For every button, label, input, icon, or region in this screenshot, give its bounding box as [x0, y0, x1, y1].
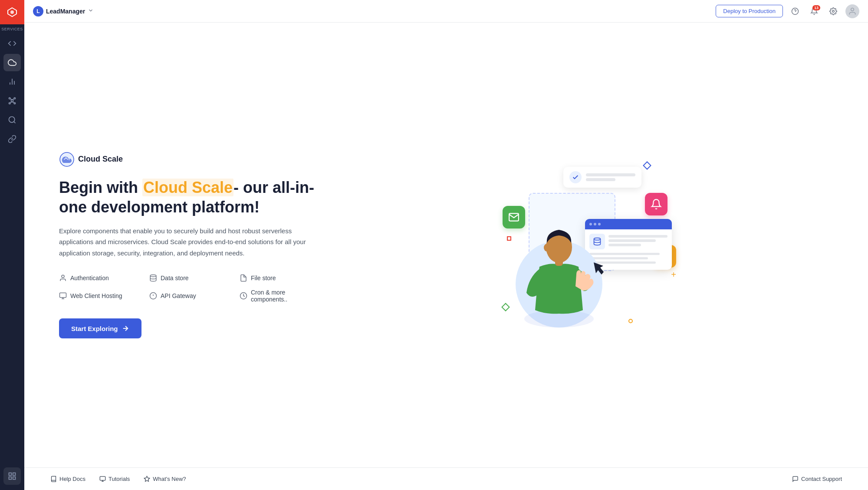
start-exploring-button[interactable]: Start Exploring [59, 318, 141, 338]
hero-left-panel: Cloud Scale Begin with Cloud Scale- our … [59, 152, 319, 339]
query-icon [8, 116, 16, 124]
clock-icon [240, 292, 247, 300]
main-content: Cloud Scale Begin with Cloud Scale- our … [24, 23, 868, 467]
footer-link-tutorials[interactable]: Tutorials [99, 476, 130, 482]
analytics-icon [8, 77, 16, 86]
feature-item-cron: Cron & more components.. [240, 289, 319, 303]
sidebar-section-label: Services [1, 27, 23, 31]
card-line-1 [586, 173, 635, 176]
person-svg [511, 206, 607, 328]
zap-icon [149, 292, 157, 300]
app-name: LeadManager [46, 8, 85, 15]
main-area: L LeadManager Deploy to Production [24, 0, 868, 490]
question-icon [791, 7, 799, 15]
svg-point-25 [150, 275, 156, 277]
deploy-button[interactable]: Deploy to Production [716, 5, 783, 17]
play-square-icon [99, 476, 106, 482]
feature-item-datastore: Data store [149, 274, 229, 282]
deco-plus-yellow: + [671, 270, 676, 280]
settings-button[interactable] [826, 4, 840, 18]
checkmark-icon [572, 174, 579, 181]
hero-right-illustration: + [337, 158, 833, 332]
svg-point-6 [9, 98, 10, 99]
hero-section: Cloud Scale Begin with Cloud Scale- our … [24, 23, 868, 467]
sidebar-items-list [0, 33, 24, 467]
card-bell-widget [645, 193, 667, 215]
svg-point-13 [9, 117, 15, 122]
bell-widget-icon [651, 199, 662, 210]
svg-line-9 [12, 99, 14, 100]
footer-links: Help Docs Tutorials What's New? [50, 476, 792, 482]
svg-rect-15 [9, 473, 12, 476]
sidebar-bottom-apps[interactable] [3, 467, 21, 485]
notifications-button[interactable]: 13 [807, 4, 821, 18]
ui-text-line-1 [608, 235, 667, 238]
feature-label-cron: Cron & more components.. [251, 289, 319, 303]
brand-header: Cloud Scale [59, 152, 319, 167]
sidebar-item-cloud[interactable] [3, 54, 21, 71]
svg-point-24 [62, 275, 64, 278]
book-icon [50, 476, 57, 482]
cloudscale-brand-icon [59, 152, 75, 167]
file-icon [240, 274, 247, 282]
svg-point-4 [11, 100, 13, 102]
user-avatar[interactable] [845, 4, 859, 18]
svg-line-14 [14, 122, 16, 123]
feature-label-webclient: Web Client Hosting [70, 292, 122, 299]
star-icon [144, 476, 150, 482]
topbar-right: Deploy to Production 13 [716, 4, 859, 18]
app-chevron-icon[interactable] [88, 7, 94, 15]
hero-title-before: Begin with [59, 179, 142, 196]
svg-line-10 [10, 99, 12, 100]
feature-item-apigateway: API Gateway [149, 289, 229, 303]
feature-label-datastore: Data store [161, 275, 189, 281]
ui-text-line-3 [608, 244, 641, 246]
svg-rect-17 [9, 477, 12, 480]
topbar-left: L LeadManager [33, 6, 716, 17]
card-line-2 [586, 178, 615, 181]
svg-marker-44 [145, 476, 150, 481]
feature-item-filestore: File store [240, 274, 319, 282]
ui-card-text-area [608, 235, 667, 248]
card-check-widget [563, 167, 641, 188]
sidebar-item-integrations[interactable] [3, 92, 21, 109]
check-circle-icon [569, 171, 582, 183]
card-text-lines [586, 173, 635, 181]
sidebar-item-code[interactable] [3, 35, 21, 52]
footer-link-whatsnew[interactable]: What's New? [144, 476, 186, 482]
svg-point-8 [9, 103, 10, 104]
arrow-right-icon [122, 324, 129, 332]
monitor-icon [59, 292, 67, 300]
integrations-icon [8, 96, 16, 105]
footer-contact-label: Contact Support [801, 476, 842, 482]
help-icon-button[interactable] [788, 4, 802, 18]
footer-link-helpdocs[interactable]: Help Docs [50, 476, 85, 482]
svg-line-11 [12, 102, 14, 103]
grid-icon [8, 472, 16, 480]
footer-tutorials-label: Tutorials [108, 476, 130, 482]
deco-rect-red [507, 236, 511, 241]
hero-title-highlight: Cloud Scale [142, 179, 233, 196]
feature-item-webclient: Web Client Hosting [59, 289, 139, 303]
svg-point-0 [10, 10, 14, 14]
feature-grid: Authentication Data store Fi [59, 274, 319, 303]
feature-label-auth: Authentication [70, 275, 109, 281]
illustration-container: + [494, 158, 676, 332]
sidebar-item-query[interactable] [3, 111, 21, 129]
svg-rect-26 [60, 293, 66, 298]
svg-point-21 [832, 10, 835, 12]
hero-title: Begin with Cloud Scale- our all-in-one d… [59, 178, 319, 217]
database-icon [149, 274, 157, 282]
sidebar-item-analytics[interactable] [3, 73, 21, 90]
feature-item-auth: Authentication [59, 274, 139, 282]
footer-contact-support[interactable]: Contact Support [792, 476, 842, 482]
ui-text-line-2 [608, 239, 656, 242]
footer-helpdocs-label: Help Docs [59, 476, 85, 482]
person-illustration [511, 206, 607, 328]
app-icon: L [33, 6, 43, 17]
deco-diamond-green [501, 303, 510, 311]
gear-icon [829, 7, 837, 15]
svg-rect-41 [100, 477, 105, 480]
sidebar-item-connections[interactable] [3, 130, 21, 148]
cloud-icon [8, 58, 16, 67]
